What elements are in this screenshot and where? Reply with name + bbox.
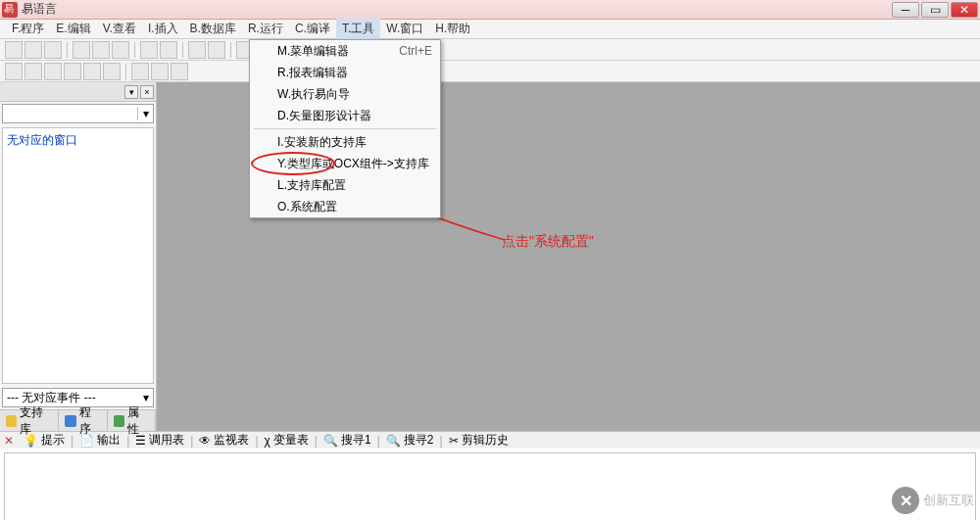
bottom-tab-callstack[interactable]: ☰ 调用表 [131, 432, 188, 449]
list-icon: ☰ [135, 434, 146, 448]
toolbar-1 [0, 39, 980, 61]
menu-item-lib-config[interactable]: L.支持库配置 [250, 174, 440, 196]
annotation-text: 点击"系统配置" [502, 233, 594, 251]
toolbar-2 [0, 61, 980, 82]
menu-insert[interactable]: I.插入 [142, 19, 184, 39]
minimize-button[interactable]: ─ [892, 2, 919, 18]
app-icon [2, 2, 18, 18]
var-icon: χ [265, 434, 270, 448]
bottom-tab-output[interactable]: 📄 输出 [75, 432, 124, 449]
chevron-down-icon[interactable]: ▾ [137, 107, 153, 120]
workspace: ▾ × ▾ 无对应的窗口 --- 无对应事件 --- ▾ 支持库 程序 属 [0, 82, 980, 431]
menu-compile[interactable]: C.编译 [289, 19, 336, 39]
eye-icon: 👁 [199, 434, 211, 448]
scissors-icon: ✂ [449, 434, 459, 448]
menu-run[interactable]: R.运行 [242, 19, 289, 39]
sidebar-object-dropdown[interactable]: ▾ [2, 104, 154, 123]
bottom-tab-variables[interactable]: χ 变量表 [261, 432, 313, 449]
toolbar-same-size-icon[interactable] [171, 63, 188, 80]
menu-item-vector-designer[interactable]: D.矢量图形设计器 [250, 105, 440, 126]
sidebar-close-icon[interactable]: × [140, 85, 154, 99]
sidebar-pin-icon[interactable]: ▾ [124, 85, 138, 99]
toolbar-open-icon[interactable] [24, 41, 42, 59]
toolbar-align-left-icon[interactable] [5, 63, 23, 80]
watermark: ✕ 创新互联 [892, 487, 974, 514]
close-button[interactable]: ✕ [951, 2, 978, 18]
menu-program[interactable]: F.程序 [6, 19, 50, 39]
toolbar-find-icon[interactable] [188, 41, 206, 59]
sidebar-tabs: 支持库 程序 属性 [0, 409, 156, 431]
chevron-down-icon: ▾ [143, 391, 149, 404]
toolbar-save-icon[interactable] [44, 41, 62, 59]
output-icon: 📄 [79, 434, 94, 448]
search-icon: 🔍 [386, 434, 401, 448]
menu-item-system-config[interactable]: O.系统配置 [250, 196, 440, 217]
toolbar-same-width-icon[interactable] [131, 63, 149, 80]
properties-icon [114, 415, 124, 427]
sidebar-content-text: 无对应的窗口 [7, 133, 77, 147]
maximize-button[interactable]: ▭ [921, 2, 949, 18]
toolbar-align-bottom-icon[interactable] [103, 63, 121, 80]
bottom-tab-watch[interactable]: 👁 监视表 [195, 432, 253, 449]
menu-database[interactable]: B.数据库 [184, 19, 242, 39]
titlebar-text: 易语言 [22, 1, 892, 18]
sidebar-tab-properties[interactable]: 属性 [108, 410, 156, 431]
watermark-text: 创新互联 [923, 492, 974, 509]
toolbar-cut-icon[interactable] [73, 41, 90, 59]
bottom-tab-hint[interactable]: 💡 提示 [20, 432, 69, 449]
menu-item-report-editor[interactable]: R.报表编辑器 [250, 62, 440, 83]
toolbar-new-icon[interactable] [5, 41, 23, 59]
menu-item-typelib-ocx[interactable]: Y.类型库或OCX组件->支持库 [250, 153, 440, 174]
menu-item-menu-editor[interactable]: M.菜单编辑器 Ctrl+E [250, 40, 440, 62]
toolbar-copy-icon[interactable] [92, 41, 110, 59]
bottom-tabs-close-icon[interactable]: ✕ [4, 434, 14, 448]
titlebar: 易语言 ─ ▭ ✕ [0, 0, 980, 20]
bottom-tab-clipboard-history[interactable]: ✂ 剪辑历史 [445, 432, 513, 449]
watermark-logo-icon: ✕ [892, 487, 919, 514]
bottom-tab-search1[interactable]: 🔍 搜寻1 [319, 432, 375, 449]
menu-edit[interactable]: E.编辑 [50, 19, 96, 39]
book-icon [6, 415, 17, 427]
bottom-tabs: ✕ 💡 提示 | 📄 输出 | ☰ 调用表 | 👁 监视表 | χ 变量表 | … [0, 431, 980, 449]
toolbar-redo-icon[interactable] [160, 41, 177, 59]
menu-tools[interactable]: T.工具 [336, 19, 380, 39]
toolbar-align-right-icon[interactable] [44, 63, 62, 80]
lightbulb-icon: 💡 [24, 434, 38, 448]
tools-dropdown-menu: M.菜单编辑器 Ctrl+E R.报表编辑器 W.执行易向导 D.矢量图形设计器… [249, 39, 441, 218]
menu-item-wizard[interactable]: W.执行易向导 [250, 83, 440, 105]
menubar: F.程序 E.编辑 V.查看 I.插入 B.数据库 R.运行 C.编译 T.工具… [0, 20, 980, 39]
toolbar-replace-icon[interactable] [208, 41, 225, 59]
toolbar-paste-icon[interactable] [112, 41, 129, 59]
menu-separator [254, 128, 436, 129]
toolbar-align-middle-icon[interactable] [83, 63, 101, 80]
output-panel[interactable] [4, 452, 976, 520]
bottom-tab-search2[interactable]: 🔍 搜寻2 [382, 432, 438, 449]
menu-view[interactable]: V.查看 [97, 19, 142, 39]
sidebar-tab-program[interactable]: 程序 [59, 410, 107, 431]
toolbar-align-top-icon[interactable] [64, 63, 81, 80]
sidebar-tab-support-lib[interactable]: 支持库 [0, 410, 59, 431]
sidebar-header: ▾ × [0, 82, 156, 102]
program-icon [65, 415, 75, 427]
toolbar-align-center-icon[interactable] [24, 63, 42, 80]
menu-item-install-lib[interactable]: I.安装新的支持库 [250, 131, 440, 153]
sidebar-content: 无对应的窗口 [2, 127, 154, 384]
toolbar-undo-icon[interactable] [140, 41, 158, 59]
sidebar: ▾ × ▾ 无对应的窗口 --- 无对应事件 --- ▾ 支持库 程序 属 [0, 82, 157, 431]
toolbar-same-height-icon[interactable] [151, 63, 169, 80]
search-icon: 🔍 [323, 434, 338, 448]
menu-help[interactable]: H.帮助 [429, 19, 476, 39]
menu-window[interactable]: W.窗口 [380, 19, 429, 39]
